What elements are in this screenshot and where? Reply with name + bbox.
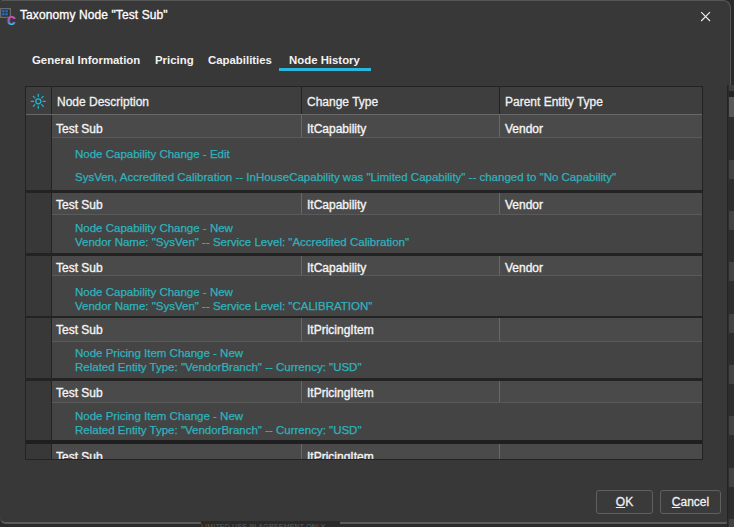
svg-text:c: c bbox=[7, 10, 16, 27]
